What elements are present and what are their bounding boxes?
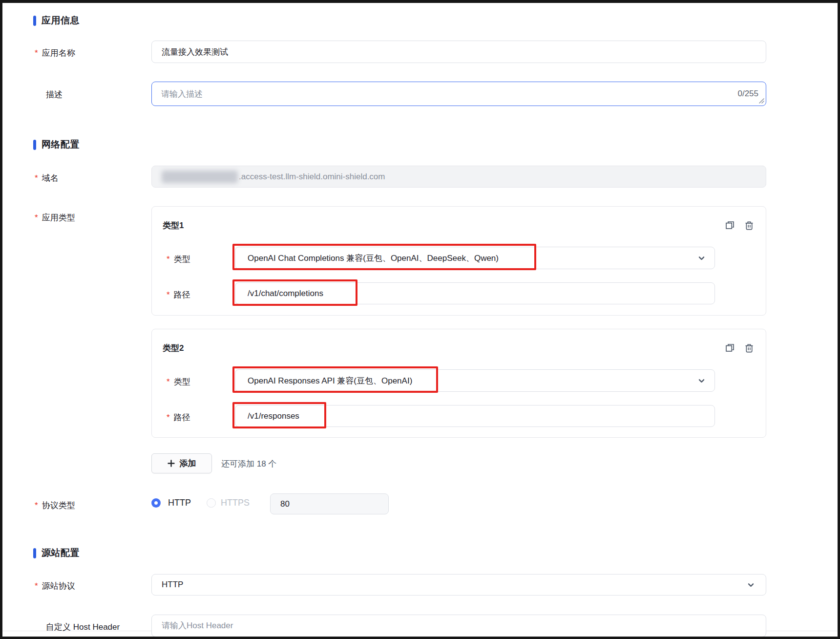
path-label: * 路径: [167, 412, 190, 423]
path-input[interactable]: [235, 282, 715, 304]
origin-protocol-select[interactable]: HTTP: [151, 574, 766, 596]
copy-icon[interactable]: [725, 343, 735, 353]
protocol-type-label: * 协议类型: [35, 500, 75, 511]
chevron-down-icon: [747, 581, 755, 589]
description-label: 描述: [46, 89, 63, 100]
card-actions: [725, 343, 754, 353]
char-counter: 0/255: [737, 89, 758, 99]
chevron-down-icon: [697, 377, 706, 385]
section-title: 网络配置: [42, 138, 80, 151]
resize-handle-icon[interactable]: [758, 97, 765, 104]
section-title: 应用信息: [42, 14, 80, 27]
port-input[interactable]: [270, 493, 389, 514]
required-marker: *: [35, 501, 38, 512]
required-marker: *: [35, 173, 38, 185]
required-marker: *: [167, 377, 170, 388]
chevron-down-icon: [697, 254, 706, 262]
type-select[interactable]: OpenAI Chat Completions 兼容(豆包、OpenAI、Dee…: [235, 247, 715, 269]
section-header-app-info: 应用信息: [33, 14, 80, 27]
section-title: 源站配置: [42, 547, 80, 559]
add-remaining-hint: 还可添加 18 个: [221, 458, 276, 469]
app-type-card-1: 类型1 * 类型 OpenAI Chat Completions 兼容(豆包、O…: [151, 206, 766, 316]
section-header-origin: 源站配置: [33, 547, 80, 559]
delete-icon[interactable]: [745, 343, 754, 353]
redacted-subdomain-blob: [162, 170, 238, 183]
section-bar: [33, 548, 36, 558]
card-title: 类型2: [163, 342, 184, 354]
origin-protocol-value: HTTP: [162, 580, 183, 590]
protocol-radio-https: [207, 498, 216, 508]
type-label: * 类型: [167, 376, 190, 387]
required-marker: *: [167, 255, 170, 266]
protocol-radio-http[interactable]: [151, 498, 161, 508]
required-marker: *: [167, 290, 170, 301]
required-marker: *: [35, 213, 38, 224]
description-field-wrap: 0/255: [151, 82, 766, 106]
type-select[interactable]: OpenAI Responses API 兼容(豆包、OpenAI): [235, 369, 715, 392]
form-page: 应用信息 * 应用名称 描述 0/255 网络配置 * 域名 .access-t…: [2, 3, 838, 637]
section-header-network: 网络配置: [33, 138, 80, 151]
path-label: * 路径: [167, 289, 190, 300]
add-type-button[interactable]: 添加: [151, 453, 212, 473]
section-bar: [33, 16, 36, 26]
path-input[interactable]: [235, 405, 715, 427]
domain-field: .access-test.llm-shield.omini-shield.com: [151, 166, 766, 188]
required-marker: *: [35, 48, 38, 60]
required-marker: *: [167, 413, 170, 424]
card-title: 类型1: [163, 220, 184, 231]
plus-icon: [168, 460, 175, 467]
type-select-value: OpenAI Responses API 兼容(豆包、OpenAI): [248, 375, 412, 386]
app-name-input[interactable]: [151, 41, 766, 63]
host-header-label: 自定义 Host Header: [46, 621, 120, 633]
protocol-radio-https-label: HTTPS: [221, 498, 250, 508]
host-header-input[interactable]: [151, 615, 766, 637]
description-textarea[interactable]: [151, 82, 766, 106]
protocol-radio-http-label[interactable]: HTTP: [168, 498, 191, 508]
card-actions: [725, 221, 754, 230]
domain-value: .access-test.llm-shield.omini-shield.com: [239, 172, 385, 182]
app-name-label: * 应用名称: [35, 47, 75, 59]
type-select-value: OpenAI Chat Completions 兼容(豆包、OpenAI、Dee…: [248, 253, 499, 264]
origin-protocol-label: * 源站协议: [35, 580, 75, 592]
required-marker: *: [35, 581, 38, 593]
app-type-label: * 应用类型: [35, 212, 75, 223]
domain-label: * 域名: [35, 172, 59, 184]
app-type-card-2: 类型2 * 类型 OpenAI Responses API 兼容(豆包、Open…: [151, 329, 766, 438]
section-bar: [33, 140, 36, 150]
copy-icon[interactable]: [725, 221, 735, 230]
type-label: * 类型: [167, 254, 190, 265]
delete-icon[interactable]: [745, 221, 754, 230]
